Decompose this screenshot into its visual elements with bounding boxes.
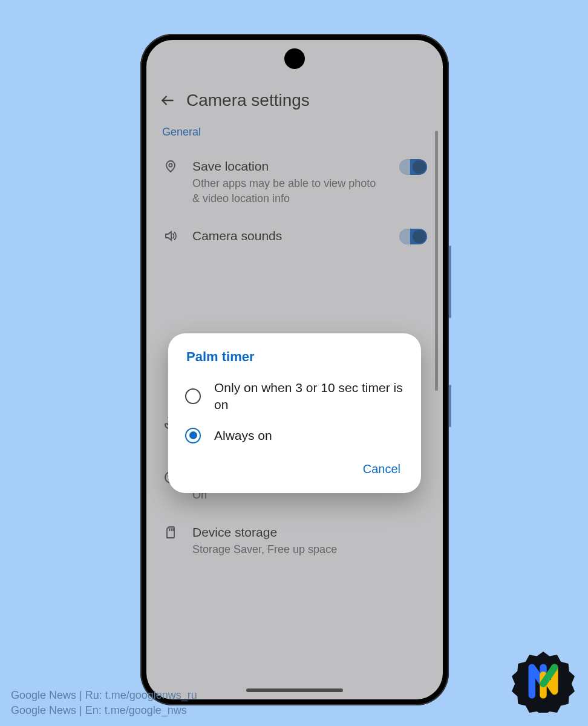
phone-volume-button xyxy=(449,246,451,318)
front-camera-cutout xyxy=(284,48,305,69)
radio-option-timer[interactable]: Only on when 3 or 10 sec timer is on xyxy=(168,373,421,421)
svg-point-0 xyxy=(169,163,172,166)
gesture-nav-bar[interactable] xyxy=(246,688,343,692)
radio-label: Only on when 3 or 10 sec timer is on xyxy=(214,379,404,414)
sd-card-icon xyxy=(162,524,179,540)
row-subtitle: Storage Saver, Free up space xyxy=(192,542,427,557)
footer-line-2: Google News | En: t.me/google_nws xyxy=(11,703,197,718)
row-title: Camera sounds xyxy=(192,227,386,244)
scrollbar[interactable] xyxy=(435,131,438,391)
section-label-general: General xyxy=(146,121,443,149)
row-camera-sounds[interactable]: Camera sounds xyxy=(146,219,443,258)
row-subtitle: Other apps may be able to view photo & v… xyxy=(192,176,386,206)
phone-power-button xyxy=(449,385,451,427)
watermark-badge-icon xyxy=(512,650,575,713)
row-title: Device storage xyxy=(192,524,427,541)
row-device-storage[interactable]: Device storage Storage Saver, Free up sp… xyxy=(146,515,443,571)
back-arrow-icon[interactable] xyxy=(160,93,175,108)
app-bar: Camera settings xyxy=(146,82,443,121)
location-pin-icon xyxy=(162,158,179,174)
watermark-footer: Google News | Ru: t.me/googlenws_ru Goog… xyxy=(11,688,197,718)
row-title: Save location xyxy=(192,158,386,175)
radio-label: Always on xyxy=(214,427,272,444)
radio-option-always[interactable]: Always on xyxy=(168,421,421,451)
toggle-camera-sounds[interactable] xyxy=(399,229,427,244)
phone-screen: Camera settings General Save location Ot… xyxy=(146,40,443,699)
dialog-palm-timer: Palm timer Only on when 3 or 10 sec time… xyxy=(168,333,421,493)
phone-frame: Camera settings General Save location Ot… xyxy=(140,34,449,705)
page-title: Camera settings xyxy=(186,91,310,110)
footer-line-1: Google News | Ru: t.me/googlenws_ru xyxy=(11,688,197,702)
radio-checked-icon xyxy=(185,428,201,443)
row-save-location[interactable]: Save location Other apps may be able to … xyxy=(146,149,443,219)
radio-unchecked-icon xyxy=(185,388,201,404)
sound-icon xyxy=(162,227,179,243)
toggle-save-location[interactable] xyxy=(399,159,427,175)
cancel-button[interactable]: Cancel xyxy=(357,457,407,481)
dialog-title: Palm timer xyxy=(168,347,421,373)
